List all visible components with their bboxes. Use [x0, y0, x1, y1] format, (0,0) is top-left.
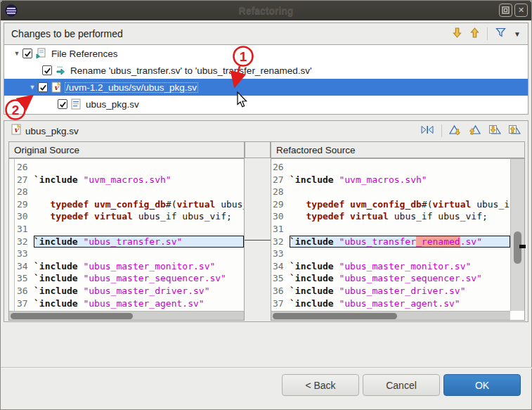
code-line: 28 — [15, 186, 244, 198]
toolbar-separator — [441, 124, 442, 137]
tree-item[interactable]: Rename 'ubus_transfer.sv' to 'ubus_trans… — [4, 62, 528, 79]
refactored-source-title: Refactored Source — [276, 145, 356, 155]
filter-icon[interactable] — [495, 27, 507, 41]
eclipse-logo-icon — [5, 4, 18, 17]
swap-panes-icon[interactable] — [420, 124, 435, 138]
left-horizontal-scrollbar[interactable] — [9, 311, 244, 320]
changed-code-line: 32`include "ubus_transfer.sv" — [15, 236, 244, 248]
line-number: 35 — [271, 272, 290, 285]
line-number: 26 — [15, 161, 34, 174]
tree-item[interactable]: ubus_pkg.sv — [4, 96, 528, 113]
left-vertical-ruler — [9, 159, 15, 311]
maximize-button[interactable] — [499, 4, 512, 17]
line-number: 27 — [15, 174, 34, 186]
tree-item-label: File References — [50, 49, 119, 59]
sv-file-icon: v — [51, 82, 61, 93]
changes-title: Changes to be performed — [11, 28, 123, 39]
code-line: 29 typedef uvm_config_db#(virtual ubus_ — [15, 198, 244, 211]
filter-menu-caret-icon[interactable]: ▼ — [514, 30, 521, 38]
checkbox[interactable] — [58, 99, 67, 109]
line-number: 29 — [271, 198, 290, 211]
checkbox[interactable] — [42, 65, 52, 75]
line-number: 36 — [15, 285, 34, 297]
line-number: 28 — [271, 186, 290, 198]
code-line: 33 — [15, 248, 244, 260]
line-number: 30 — [271, 210, 290, 223]
toolbar-separator — [487, 27, 488, 40]
changes-tree: ▼File ReferencesRename 'ubus_transfer.sv… — [4, 45, 528, 113]
checkbox[interactable] — [38, 82, 48, 92]
right-horizontal-scrollbar[interactable] — [271, 311, 510, 320]
next-difference-icon[interactable] — [448, 124, 462, 139]
code-line: 27`include "uvm_macros.svh" — [15, 174, 244, 186]
code-line: 30 typedef virtual ubus_if ubus_vif; — [15, 210, 244, 223]
diff-gutter — [245, 158, 271, 321]
right-vertical-scrollbar[interactable] — [510, 159, 524, 311]
cancel-button[interactable]: Cancel — [363, 374, 440, 396]
checkbox[interactable] — [22, 49, 32, 58]
code-line: 34`include "ubus_master_monitor.sv" — [271, 260, 510, 273]
line-number: 31 — [271, 223, 290, 236]
left-hscroll-thumb[interactable] — [11, 313, 133, 319]
back-button[interactable]: < Back — [282, 374, 359, 396]
next-change-arrow-icon[interactable] — [452, 27, 462, 41]
code-line: 36`include "ubus_master_driver.sv" — [271, 285, 510, 297]
code-line: 37`include "ubus_master_agent.sv" — [15, 297, 244, 310]
compare-header: v ubus_pkg.sv — [4, 121, 528, 141]
code-line: 31 — [15, 223, 244, 236]
tree-item-label: Rename 'ubus_transfer.sv' to 'ubus_trans… — [69, 65, 313, 76]
next-change-icon[interactable] — [488, 124, 501, 139]
systemverilog-file-icon: v — [11, 124, 21, 138]
code-line: 36`include "ubus_master_driver.sv" — [15, 285, 244, 297]
expander-icon[interactable]: ▼ — [27, 84, 38, 91]
previous-change-icon[interactable] — [507, 124, 521, 139]
line-number: 35 — [15, 272, 34, 285]
tree-item-label: ubus_pkg.sv — [84, 99, 141, 110]
code-line: 31 — [271, 223, 510, 236]
original-code: 2627`include "uvm_macros.svh"2829 typede… — [15, 159, 244, 311]
compare-file-icon — [71, 98, 81, 110]
expander-icon[interactable]: ▼ — [11, 50, 22, 57]
changes-section: Changes to be performed ▼ ▼File Referenc… — [4, 23, 528, 115]
tree-item[interactable]: ▼File References — [4, 45, 528, 62]
code-line: 28 — [271, 186, 510, 198]
original-source-pane[interactable]: 2627`include "uvm_macros.svh"2829 typede… — [8, 158, 245, 321]
line-number: 36 — [271, 285, 290, 297]
previous-change-arrow-icon[interactable] — [469, 27, 480, 41]
code-line: 35`include "ubus_master_sequencer.sv" — [15, 272, 244, 285]
line-number: 34 — [15, 260, 34, 273]
ok-button[interactable]: OK — [443, 374, 521, 396]
line-number: 34 — [271, 260, 290, 273]
code-line: 26 — [15, 161, 244, 174]
compare-file-label: ubus_pkg.sv — [25, 126, 79, 136]
file-references-icon — [36, 48, 46, 59]
code-line: 33 — [271, 248, 510, 260]
line-number: 29 — [15, 198, 34, 211]
line-number: 33 — [15, 248, 34, 260]
tree-item[interactable]: ▼v/uvm-1.2_ubus/sv/ubus_pkg.sv — [4, 79, 528, 96]
code-line: 29 typedef uvm_config_db#(virtual ubus_i — [271, 198, 510, 211]
right-hscroll-thumb[interactable] — [273, 313, 397, 319]
compare-section: v ubus_pkg.sv — [4, 120, 528, 322]
close-button[interactable]: ✕ — [514, 4, 528, 17]
line-number: 30 — [15, 210, 34, 223]
changes-header: Changes to be performed ▼ — [4, 23, 528, 45]
code-line: 26 — [271, 161, 510, 174]
refactoring-dialog: Refactoring ✕ Changes to be performed — [0, 0, 532, 410]
previous-difference-icon[interactable] — [468, 124, 481, 139]
footer-separator — [1, 367, 532, 369]
code-line: 35`include "ubus_master_sequencer.sv" — [271, 272, 510, 285]
original-source-title: Original Source — [14, 145, 79, 155]
changed-code-line: 32`include "ubus_transfer_renamed.sv" — [271, 236, 510, 248]
line-number: 37 — [15, 297, 34, 310]
line-number: 33 — [271, 248, 290, 260]
line-number: 37 — [271, 297, 290, 310]
refactored-source-header: Refactored Source — [271, 141, 525, 158]
rename-icon — [56, 65, 65, 75]
line-number: 26 — [271, 161, 290, 174]
code-line: 37`include "ubus_master_agent.sv" — [271, 297, 510, 310]
overview-diff-marker[interactable] — [519, 245, 526, 248]
titlebar[interactable]: Refactoring ✕ — [1, 1, 531, 20]
diff-connector-line — [245, 240, 271, 241]
refactored-source-pane[interactable]: 2627`include "uvm_macros.svh"2829 typede… — [271, 158, 525, 321]
